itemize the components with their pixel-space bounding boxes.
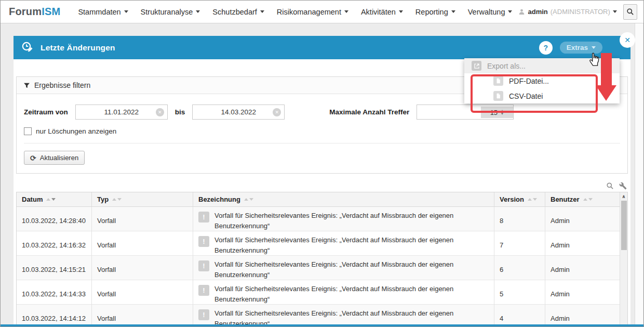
divider: [24, 143, 620, 143]
spinner-arrows-icon[interactable]: ▲▼: [500, 110, 504, 115]
app-logo[interactable]: ForumISM: [9, 6, 60, 18]
close-button[interactable]: ✕: [620, 32, 635, 48]
csv-file-icon: [493, 91, 503, 101]
date-from-input[interactable]: 11.01.2022 ✕: [75, 104, 168, 120]
chevron-down-icon: [196, 10, 200, 13]
col-header-bezeichnung[interactable]: Bezeichnung: [193, 192, 494, 206]
sort-icons[interactable]: [112, 198, 122, 201]
table-search-icon[interactable]: [606, 182, 614, 190]
panel-header: Letzte Änderungen ? Extras ✕: [14, 36, 630, 59]
table-settings-wrench-icon[interactable]: [619, 182, 627, 190]
filter-icon: [23, 82, 30, 89]
col-header-datum[interactable]: Datum: [17, 192, 92, 206]
refresh-icon: ⟳: [30, 154, 36, 162]
help-button[interactable]: ?: [539, 41, 553, 55]
nav-item-aktivitaeten[interactable]: Aktivitäten: [361, 8, 403, 16]
search-button[interactable]: [623, 4, 637, 20]
nav-item-verwaltung[interactable]: Verwaltung: [468, 8, 513, 16]
warning-icon: !: [198, 309, 209, 320]
export-icon: [472, 61, 481, 71]
max-treffer-input[interactable]: 15 ▲▼: [417, 104, 514, 120]
warning-icon: !: [198, 260, 209, 271]
nav-item-schutzbedarf[interactable]: Schutzbedarf: [212, 8, 264, 16]
col-header-benutzer[interactable]: Benutzer: [545, 192, 621, 206]
number-spinner[interactable]: 15 ▲▼: [481, 107, 513, 118]
user-role: (ADMINISTRATOR): [551, 8, 610, 16]
table-scrollbar[interactable]: ∧ ∨: [620, 192, 627, 326]
warning-icon: !: [198, 212, 209, 223]
table-row[interactable]: 10.03.2022, 14:16:32 Vorfall !Vorfall fü…: [17, 231, 627, 256]
chevron-down-icon: [592, 46, 596, 49]
mouse-cursor-hand-icon: [586, 50, 602, 68]
date-to-input[interactable]: 14.03.2022 ✕: [192, 104, 285, 120]
col-header-typ[interactable]: Typ: [92, 192, 193, 206]
clear-icon[interactable]: ✕: [273, 108, 281, 116]
zeitraum-von-label: Zeitraum von: [24, 108, 68, 116]
chevron-down-icon: [260, 10, 264, 13]
clear-icon[interactable]: ✕: [156, 108, 164, 116]
user-name: admin: [528, 8, 547, 16]
nur-loeschungen-checkbox[interactable]: [24, 127, 32, 135]
chevron-down-icon: [451, 10, 455, 13]
user-icon: [518, 8, 525, 15]
table-row[interactable]: 10.03.2022, 14:14:33 Vorfall !Vorfall fü…: [17, 280, 627, 305]
annotation-arrow-head: [596, 85, 616, 101]
scroll-up-icon[interactable]: ∧: [620, 194, 627, 199]
chevron-down-icon: [508, 10, 512, 13]
chevron-down-icon: [399, 10, 403, 13]
nav-item-stammdaten[interactable]: Stammdaten: [78, 8, 128, 16]
chevron-down-icon: [344, 10, 348, 13]
search-icon: [626, 8, 634, 16]
scrollbar-thumb[interactable]: [621, 201, 627, 250]
window-scrollbar[interactable]: [635, 23, 643, 326]
history-edit-icon: [21, 41, 34, 55]
nav-item-reporting[interactable]: Reporting: [415, 8, 455, 16]
pdf-file-icon: [493, 76, 503, 86]
table-row[interactable]: 10.03.2022, 14:28:40 Vorfall !Vorfall fü…: [17, 207, 627, 231]
col-header-version[interactable]: Version: [494, 192, 545, 206]
table-toolbar: [17, 182, 627, 190]
nur-loeschungen-label: nur Löschungen anzeigen: [36, 127, 116, 135]
changes-table: Datum Typ Bezeichnung Version Benutzer 1…: [16, 192, 628, 326]
nav-item-strukturanalyse[interactable]: Strukturanalyse: [141, 8, 200, 16]
aktualisieren-button[interactable]: ⟳ Aktualisieren: [24, 151, 85, 165]
sort-icons[interactable]: [46, 198, 56, 201]
panel-title: Letzte Änderungen: [41, 43, 115, 53]
warning-icon: !: [198, 236, 209, 247]
table-row[interactable]: 10.03.2022, 14:15:21 Vorfall !Vorfall fü…: [17, 256, 627, 280]
nav-item-risikomanagement[interactable]: Risikomanagement: [277, 8, 348, 16]
sort-icons[interactable]: [528, 198, 537, 201]
sort-icons[interactable]: [583, 198, 593, 201]
bis-label: bis: [175, 108, 185, 116]
top-nav: ForumISM Stammdaten Strukturanalyse Schu…: [1, 1, 643, 23]
user-menu[interactable]: admin (ADMINISTRATOR): [518, 8, 616, 16]
annotation-arrow: [601, 53, 612, 86]
app-window: ForumISM Stammdaten Strukturanalyse Schu…: [0, 0, 644, 327]
page-bottom-accent: [1, 324, 643, 326]
chevron-down-icon: [124, 10, 128, 13]
max-treffer-label: Maximale Anzahl Treffer: [329, 108, 409, 116]
chevron-down-icon: [613, 10, 617, 13]
warning-icon: !: [198, 285, 209, 296]
table-header-row: Datum Typ Bezeichnung Version Benutzer: [17, 192, 627, 207]
sort-icons[interactable]: [244, 198, 253, 201]
table-row[interactable]: 10.03.2022, 14:14:12 Vorfall !Vorfall fü…: [17, 305, 627, 326]
